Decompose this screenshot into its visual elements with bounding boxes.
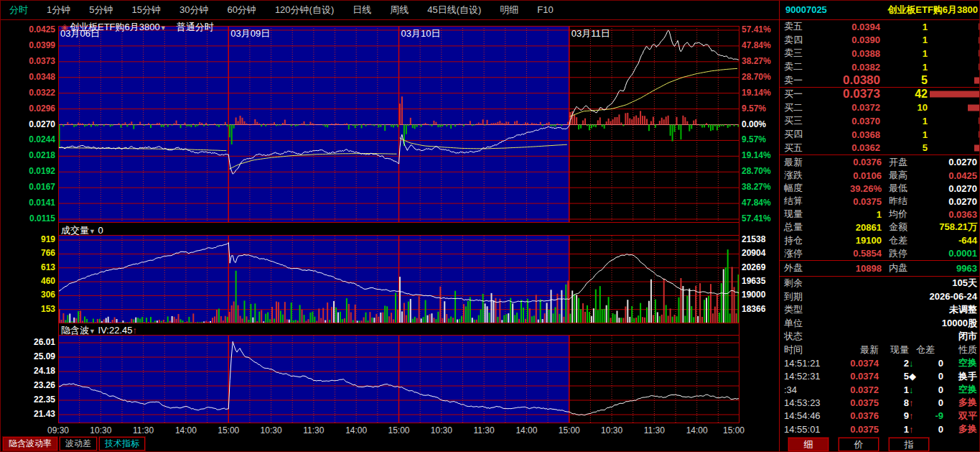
tick-position-change: 0 (918, 384, 943, 395)
tick-row-1[interactable]: 14:52:310.03745◆0换手 (780, 369, 980, 382)
bid-qty: 10 (880, 102, 928, 113)
stat-value: 0.0106 (816, 170, 882, 181)
menu-item-4[interactable]: 30分钟 (170, 4, 218, 17)
tick-direction-icon: ↑ (909, 397, 918, 408)
menu-item-1[interactable]: 1分钟 (37, 4, 80, 17)
quote-panel: 90007025 创业板ETF购6月3800 卖五0.03941卖四0.0390… (779, 0, 980, 452)
tick-price: 0.0374 (836, 371, 879, 382)
bid-price: 0.0372 (817, 102, 880, 113)
outer-vol-value: 10898 (816, 263, 882, 274)
menu-item-0[interactable]: 分时 (0, 4, 37, 17)
tick-position-change: 0 (918, 424, 943, 435)
tick-row-4[interactable]: 14:54:460.03769↑-9双平 (780, 410, 980, 423)
menu-item-10[interactable]: 明细 (490, 4, 528, 17)
tick-qty: 1 (879, 424, 909, 435)
price-axis-label: 0.0296 (0, 103, 55, 114)
tick-row-3[interactable]: 14:53:230.03758↑0多换 (780, 396, 980, 409)
stat-value: 0.0270 (922, 196, 980, 207)
tab-left-0[interactable]: 隐含波动率 (3, 437, 57, 451)
ask-price: 0.0390 (817, 34, 880, 45)
time-axis-label: 09:30 (47, 425, 69, 435)
open-interest-axis-label: 19000 (742, 290, 765, 300)
stat-value: 0.0375 (816, 196, 882, 207)
stat-row-2: 幅度39.26%最低0.0270 (780, 182, 980, 195)
inner-vol-label: 内盘 (882, 262, 922, 275)
bid-label: 买三 (780, 114, 817, 127)
iv-current-value: IV:22.45 (98, 325, 133, 336)
ask-price: 0.0394 (817, 22, 880, 32)
menu-item-9[interactable]: 45日线(自设) (418, 4, 490, 17)
price-axis-label: 0.0348 (0, 72, 55, 82)
tick-tab-2[interactable]: 指 (889, 438, 929, 451)
menu-item-8[interactable]: 周线 (381, 4, 418, 17)
bid-qty-bar (930, 91, 980, 98)
stat-label: 最高 (882, 169, 922, 182)
bid-row-4[interactable]: 买五0.03625 (780, 141, 980, 154)
period-menu-bar: 分时1分钟5分钟15分钟30分钟60分钟120分钟(自设)日线周线45日线(自设… (0, 0, 779, 20)
volume-pane-header[interactable]: 成交量▼ 0 (61, 224, 103, 237)
volume-axis-label: 153 (0, 304, 55, 314)
stat-value: 19100 (816, 235, 882, 246)
bid-row-1[interactable]: 买二0.037210 (780, 101, 980, 115)
menu-item-3[interactable]: 15分钟 (122, 4, 169, 17)
tab-left-2[interactable]: 技术指标 (99, 437, 145, 451)
iv-pane-label: 隐含波 (61, 325, 89, 336)
tick-tab-1[interactable]: 价 (839, 438, 879, 451)
stat-label: 现量 (780, 208, 816, 221)
tick-qty: 2 (879, 358, 909, 369)
pct-axis-label: 47.84% (742, 40, 771, 50)
tick-row-2[interactable]: :340.03721↓0空换 (780, 383, 980, 396)
ask-row-3[interactable]: 卖二0.03821 (780, 60, 980, 74)
time-axis-label: 10:30 (261, 425, 282, 435)
time-axis-label: 10:30 (431, 425, 452, 435)
quote-stats: 最新0.0376开盘0.0270涨跌0.0106最高0.0425幅度39.26%… (780, 154, 980, 260)
stat-value: 758.21万 (922, 221, 980, 234)
tick-row-0[interactable]: 14:51:210.03742↓0空换 (780, 356, 980, 369)
contract-label: 单位 (780, 317, 803, 330)
pct-axis-label: 47.84% (742, 198, 771, 208)
open-interest-axis-label: 18366 (742, 304, 765, 314)
bid-row-3[interactable]: 买四0.03681 (780, 128, 980, 142)
menu-item-5[interactable]: 60分钟 (218, 4, 265, 17)
tick-direction-icon: ↑ (909, 424, 918, 435)
symbol-dropdown-icon[interactable]: ▼ (160, 24, 167, 32)
iv-axis-label: 25.09 (0, 351, 55, 361)
ask-label: 卖三 (780, 47, 817, 60)
menu-item-6[interactable]: 120分钟(自设) (266, 4, 343, 17)
tick-tab-0[interactable]: 细 (788, 438, 829, 451)
inner-vol-value: 9963 (922, 263, 980, 274)
time-axis-label: 10:30 (90, 425, 111, 435)
ask-qty-bar (974, 77, 980, 83)
tab-left-1[interactable]: 波动差 (60, 437, 97, 451)
tick-row-5[interactable]: 14:55:010.03751↑0多换 (780, 423, 980, 435)
bid-row-2[interactable]: 买三0.03701 (780, 114, 980, 128)
contract-code: 90007025 (780, 4, 827, 15)
bid-price: 0.0373 (817, 87, 880, 101)
menu-item-2[interactable]: 5分钟 (80, 4, 122, 17)
volume-dropdown-icon[interactable]: ▼ (89, 228, 95, 235)
ask-row-1[interactable]: 卖四0.03901 (780, 34, 980, 47)
bid-row-0[interactable]: 买一0.037342 (780, 88, 980, 101)
iv-pane-header[interactable]: 隐含波▼ IV:22.45↑ (61, 324, 137, 337)
contract-name: 创业板ETF购6月3800 (887, 4, 980, 17)
tick-direction-icon: ↑ (909, 410, 918, 421)
stat-label: 昨结 (882, 195, 922, 208)
inner-outer-volume-row: 外盘10898内盘9963 (780, 260, 980, 277)
stat-value: 0.0270 (922, 183, 980, 194)
stat-label: 幅度 (780, 182, 816, 195)
ask-row-4[interactable]: 卖一0.03805 (780, 73, 980, 87)
ask-row-2[interactable]: 卖三0.03881 (780, 47, 980, 60)
time-axis-label: 15:00 (559, 425, 580, 435)
price-axis-label: 0.0373 (0, 56, 55, 66)
time-axis-label: 15:00 (218, 425, 239, 435)
contract-value: 未调整 (803, 303, 980, 316)
chart-plot-area[interactable] (58, 26, 739, 423)
volume-axis-label: 919 (0, 234, 55, 244)
menu-item-11[interactable]: F10 (528, 4, 562, 15)
stat-row-3: 结算0.0375昨结0.0270 (780, 195, 980, 208)
iv-dropdown-icon[interactable]: ▼ (89, 328, 95, 335)
tick-time: 14:52:31 (780, 371, 836, 382)
ask-row-0[interactable]: 卖五0.03941 (780, 20, 980, 34)
menu-item-7[interactable]: 日线 (343, 4, 381, 17)
ask-label: 卖五 (780, 20, 817, 33)
